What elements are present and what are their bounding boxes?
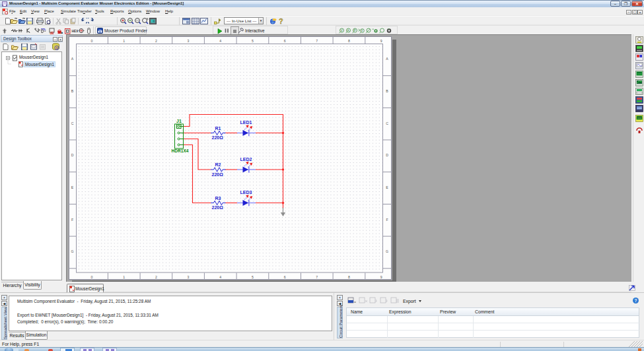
svg-text:7: 7 — [316, 39, 318, 43]
svg-text:2: 2 — [155, 39, 157, 43]
svg-text:D: D — [386, 153, 388, 157]
svg-text:220Ω: 220Ω — [212, 172, 224, 177]
svg-text:C: C — [386, 121, 388, 125]
svg-text:R1: R1 — [215, 126, 221, 131]
svg-text:LED2: LED2 — [240, 157, 252, 162]
svg-text:4: 4 — [219, 39, 221, 43]
svg-text:B: B — [386, 89, 388, 93]
svg-text:LED3: LED3 — [240, 190, 252, 195]
svg-text:5: 5 — [252, 275, 254, 279]
svg-text:J1: J1 — [176, 119, 182, 123]
svg-text:0: 0 — [91, 275, 93, 279]
svg-text:LED1: LED1 — [240, 120, 252, 125]
svg-text:A: A — [386, 57, 388, 61]
svg-text:?: ? — [279, 17, 283, 25]
svg-text:9: 9 — [380, 275, 382, 279]
svg-text:E: E — [71, 185, 74, 189]
svg-text:A: A — [347, 29, 349, 32]
svg-text:E: E — [386, 185, 388, 189]
svg-text:2: 2 — [155, 275, 157, 279]
svg-text:R2: R2 — [215, 162, 221, 167]
svg-text:F: F — [71, 218, 73, 222]
svg-text:C: C — [71, 121, 74, 125]
svg-text:R3: R3 — [215, 196, 221, 201]
svg-text:Export: Export — [403, 299, 416, 304]
svg-text:P: P — [354, 29, 356, 32]
svg-text:G: G — [71, 249, 73, 253]
svg-text:8: 8 — [348, 39, 350, 43]
svg-text:4: 4 — [219, 275, 221, 279]
svg-text:A: A — [71, 57, 74, 61]
svg-text:6: 6 — [284, 275, 286, 279]
svg-text:1: 1 — [123, 275, 125, 279]
svg-text:6: 6 — [284, 39, 286, 43]
svg-text:G: G — [386, 249, 388, 253]
svg-text:1: 1 — [123, 39, 125, 43]
svg-text:F: F — [386, 218, 388, 222]
svg-text:HDR1X4: HDR1X4 — [172, 148, 189, 153]
svg-text:0: 0 — [91, 39, 93, 43]
svg-text:220Ω: 220Ω — [212, 205, 224, 210]
svg-text:7: 7 — [316, 275, 318, 279]
svg-text:9: 9 — [380, 39, 382, 43]
svg-text:3: 3 — [188, 39, 190, 43]
svg-text:V: V — [361, 29, 363, 32]
svg-text:5: 5 — [252, 39, 254, 43]
svg-text:3: 3 — [188, 275, 190, 279]
svg-text:D: D — [71, 153, 74, 157]
svg-text:HEΧ: HEΧ — [72, 30, 79, 33]
svg-text:8: 8 — [348, 275, 350, 279]
svg-text:B: B — [71, 89, 74, 93]
svg-text:220Ω: 220Ω — [212, 135, 224, 140]
